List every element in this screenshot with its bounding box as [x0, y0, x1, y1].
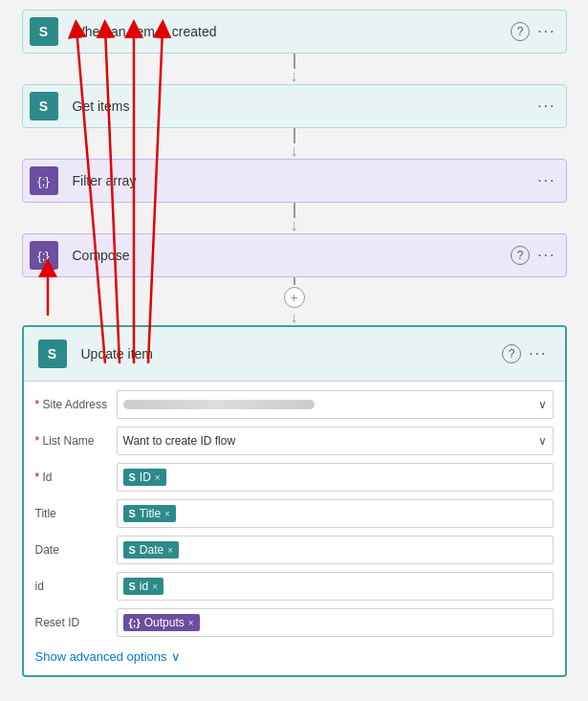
input-id-lower[interactable]: S id ×	[117, 572, 554, 601]
field-row-list-name: * List Name Want to create ID flow ∨	[35, 426, 554, 456]
connector-1: ↓	[291, 54, 298, 84]
step-title-when: When an item is created	[65, 12, 512, 51]
step-title-get: Get items	[65, 87, 538, 125]
field-row-date: Date S Date ×	[35, 535, 554, 565]
step-filter-array[interactable]: {;} Filter array ···	[22, 159, 567, 203]
tag-icon-id-lower: S	[129, 581, 136, 592]
compose-icon: {;}	[30, 241, 58, 270]
tag-close-id-lower[interactable]: ×	[152, 581, 158, 592]
tag-icon-date: S	[129, 544, 136, 556]
step-actions-get: ···	[537, 98, 565, 115]
field-row-reset-id: Reset ID {;} Outputs ×	[35, 607, 554, 638]
step-compose[interactable]: {;} Compose ? ···	[22, 233, 567, 277]
connector-line-top	[294, 277, 295, 285]
tag-id: S ID ×	[123, 469, 166, 486]
help-button-when[interactable]: ?	[511, 22, 530, 41]
tag-label-id: ID	[140, 471, 151, 484]
tag-icon-outputs: {;}	[129, 617, 141, 628]
more-button-compose[interactable]: ···	[537, 247, 555, 264]
more-button-update[interactable]: ···	[529, 345, 547, 362]
show-advanced-options[interactable]: Show advanced options ∨	[35, 646, 554, 668]
tag-outputs: {;} Outputs ×	[123, 614, 200, 631]
arrow-1: ↓	[291, 69, 298, 84]
more-button-get[interactable]: ···	[537, 98, 555, 115]
step-actions-when: ? ···	[511, 22, 565, 41]
add-step-button[interactable]: +	[284, 287, 305, 308]
arrow-4: ↓	[291, 310, 298, 325]
tag-date: S Date ×	[123, 541, 180, 559]
more-button-when[interactable]: ···	[537, 23, 555, 40]
label-site-address: * Site Address	[35, 398, 117, 411]
input-site-address[interactable]: ∨	[117, 390, 554, 419]
help-button-update[interactable]: ?	[502, 344, 521, 363]
step-title-update: Update item	[74, 335, 503, 373]
show-advanced-label: Show advanced options	[35, 649, 167, 664]
field-row-title: Title S Title ×	[35, 498, 554, 529]
connector-line-3	[294, 203, 295, 218]
label-date: Date	[35, 543, 117, 557]
step-icon-get: S	[23, 85, 65, 127]
label-list-name: * List Name	[35, 434, 117, 448]
sharepoint-icon-update: S	[38, 340, 67, 368]
tag-icon-title: S	[129, 508, 136, 519]
step-icon-compose: {;}	[23, 234, 65, 276]
step-when-item-created[interactable]: S When an item is created ? ···	[22, 10, 567, 54]
input-title[interactable]: S Title ×	[117, 499, 554, 528]
step-actions-compose: ? ···	[511, 246, 565, 265]
chevron-list-name: ∨	[538, 434, 547, 448]
input-id[interactable]: S ID ×	[117, 463, 554, 492]
tag-label-id-lower: id	[140, 580, 148, 593]
tag-icon-id: S	[129, 471, 136, 483]
connector-line-2	[294, 128, 295, 143]
tag-label-title: Title	[140, 507, 161, 520]
chevron-site-address: ∨	[538, 398, 547, 411]
input-date[interactable]: S Date ×	[117, 536, 554, 564]
connector-plus-area: + ↓	[284, 277, 305, 325]
arrow-2: ↓	[291, 143, 298, 159]
connector-line-1	[294, 54, 295, 69]
tag-label-date: Date	[140, 543, 163, 557]
update-item-body: * Site Address ∨ * List Name Want to cre…	[24, 382, 565, 675]
label-reset-id: Reset ID	[35, 616, 117, 629]
step-title-filter: Filter array	[65, 162, 538, 200]
field-row-id: * Id S ID ×	[35, 462, 554, 493]
arrow-3: ↓	[291, 218, 298, 233]
label-id-lower: id	[35, 580, 117, 593]
connector-2: ↓	[291, 128, 298, 159]
help-button-compose[interactable]: ?	[511, 246, 530, 265]
filter-icon: {;}	[30, 166, 58, 195]
step-get-items[interactable]: S Get items ···	[22, 84, 567, 128]
label-title: Title	[35, 507, 117, 520]
tag-close-outputs[interactable]: ×	[188, 618, 194, 628]
step-actions-filter: ···	[537, 172, 565, 189]
sharepoint-icon-get: S	[30, 92, 58, 120]
field-row-site-address: * Site Address ∨	[35, 389, 554, 420]
update-item-block: S Update item ? ··· * Site Address ∨	[22, 325, 567, 677]
tag-id-lower: S id ×	[123, 578, 164, 595]
tag-close-id[interactable]: ×	[155, 472, 161, 483]
label-id: * Id	[35, 471, 117, 484]
more-button-filter[interactable]: ···	[537, 172, 555, 189]
sharepoint-icon: S	[30, 17, 58, 46]
chevron-advanced: ∨	[171, 649, 181, 664]
blurred-url	[123, 400, 315, 409]
connector-3: ↓	[291, 203, 298, 233]
input-list-name[interactable]: Want to create ID flow ∨	[117, 427, 554, 455]
tag-title: S Title ×	[123, 505, 176, 522]
tag-close-date[interactable]: ×	[167, 545, 173, 556]
step-title-compose: Compose	[65, 236, 512, 274]
step-icon-when: S	[23, 11, 65, 53]
update-item-header[interactable]: S Update item ? ···	[24, 327, 565, 382]
step-actions-update: ? ···	[502, 344, 556, 363]
step-icon-update: S	[32, 333, 74, 375]
field-row-id-lower: id S id ×	[35, 571, 554, 602]
step-icon-filter: {;}	[23, 160, 65, 202]
list-name-value: Want to create ID flow	[123, 434, 236, 448]
input-reset-id[interactable]: {;} Outputs ×	[117, 608, 554, 637]
tag-label-outputs: Outputs	[144, 616, 185, 629]
tag-close-title[interactable]: ×	[164, 509, 170, 519]
